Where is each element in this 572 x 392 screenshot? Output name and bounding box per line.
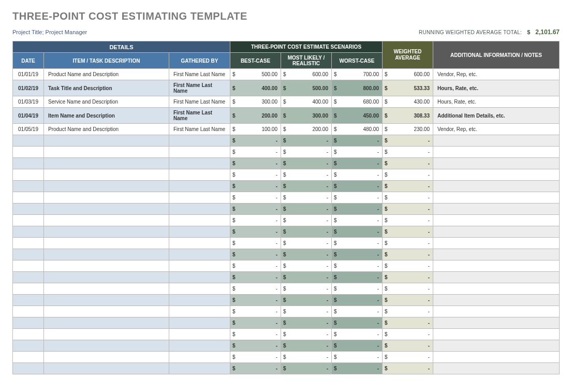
cell-item[interactable] — [44, 135, 169, 147]
cell-item[interactable] — [44, 204, 169, 215]
cell-most[interactable]: $200.00 — [281, 124, 332, 135]
cell-most[interactable]: $- — [281, 306, 332, 317]
cell-best[interactable]: $400.00 — [230, 80, 281, 96]
cell-gathered[interactable] — [169, 340, 230, 352]
cell-date[interactable]: 01/01/19 — [13, 69, 44, 80]
cell-worst[interactable]: $- — [332, 283, 383, 295]
cell-notes[interactable] — [433, 147, 560, 158]
cell-gathered[interactable] — [169, 181, 230, 192]
cell-gathered[interactable] — [169, 169, 230, 181]
cell-worst[interactable]: $480.00 — [332, 124, 383, 135]
cell-most[interactable]: $- — [281, 272, 332, 283]
cell-item[interactable] — [44, 363, 169, 374]
cell-item[interactable] — [44, 295, 169, 306]
cell-worst[interactable]: $- — [332, 181, 383, 192]
cell-best[interactable]: $- — [230, 181, 281, 192]
cell-most[interactable]: $- — [281, 226, 332, 238]
cell-date[interactable] — [13, 272, 44, 283]
cell-item[interactable] — [44, 181, 169, 192]
cell-worst[interactable]: $- — [332, 260, 383, 272]
cell-notes[interactable] — [433, 272, 560, 283]
cell-most[interactable]: $- — [281, 283, 332, 295]
cell-best[interactable]: $- — [230, 238, 281, 249]
cell-notes[interactable] — [433, 215, 560, 226]
cell-gathered[interactable] — [169, 283, 230, 295]
cell-date[interactable] — [13, 295, 44, 306]
cell-notes[interactable]: Hours, Rate, etc. — [433, 96, 560, 108]
cell-best[interactable]: $- — [230, 352, 281, 363]
cell-weighted[interactable]: $- — [383, 192, 433, 204]
cell-gathered[interactable] — [169, 329, 230, 340]
cell-date[interactable] — [13, 215, 44, 226]
cell-weighted[interactable]: $308.33 — [383, 108, 433, 124]
cell-best[interactable]: $300.00 — [230, 96, 281, 108]
cell-date[interactable] — [13, 181, 44, 192]
cell-notes[interactable] — [433, 352, 560, 363]
cell-item[interactable] — [44, 340, 169, 352]
cell-worst[interactable]: $450.00 — [332, 108, 383, 124]
cell-worst[interactable]: $- — [332, 226, 383, 238]
cell-most[interactable]: $300.00 — [281, 108, 332, 124]
cell-item[interactable] — [44, 329, 169, 340]
cell-best[interactable]: $500.00 — [230, 69, 281, 80]
cell-best[interactable]: $- — [230, 272, 281, 283]
cell-weighted[interactable]: $- — [383, 147, 433, 158]
cell-weighted[interactable]: $- — [383, 238, 433, 249]
cell-weighted[interactable]: $- — [383, 272, 433, 283]
cell-gathered[interactable] — [169, 158, 230, 169]
cell-date[interactable] — [13, 340, 44, 352]
cell-gathered[interactable] — [169, 147, 230, 158]
cell-date[interactable] — [13, 306, 44, 317]
cell-date[interactable] — [13, 363, 44, 374]
cell-most[interactable]: $600.00 — [281, 69, 332, 80]
cell-best[interactable]: $- — [230, 283, 281, 295]
cell-best[interactable]: $- — [230, 295, 281, 306]
cell-best[interactable]: $- — [230, 317, 281, 329]
cell-weighted[interactable]: $- — [383, 215, 433, 226]
cell-most[interactable]: $- — [281, 158, 332, 169]
cell-date[interactable] — [13, 135, 44, 147]
cell-date[interactable] — [13, 249, 44, 260]
cell-weighted[interactable]: $- — [383, 249, 433, 260]
cell-gathered[interactable] — [169, 317, 230, 329]
cell-notes[interactable]: Hours, Rate, etc. — [433, 80, 560, 96]
cell-most[interactable]: $- — [281, 169, 332, 181]
cell-weighted[interactable]: $- — [383, 340, 433, 352]
cell-item[interactable] — [44, 215, 169, 226]
cell-best[interactable]: $- — [230, 135, 281, 147]
cell-notes[interactable] — [433, 169, 560, 181]
cell-item[interactable]: Item Name and Description — [44, 108, 169, 124]
cell-most[interactable]: $- — [281, 147, 332, 158]
cell-worst[interactable]: $- — [332, 363, 383, 374]
cell-worst[interactable]: $- — [332, 204, 383, 215]
cell-most[interactable]: $- — [281, 317, 332, 329]
cell-most[interactable]: $- — [281, 135, 332, 147]
cell-date[interactable] — [13, 192, 44, 204]
cell-most[interactable]: $- — [281, 363, 332, 374]
cell-gathered[interactable] — [169, 215, 230, 226]
cell-item[interactable]: Task Title and Description — [44, 80, 169, 96]
cell-best[interactable]: $200.00 — [230, 108, 281, 124]
cell-worst[interactable]: $- — [332, 147, 383, 158]
cell-most[interactable]: $- — [281, 260, 332, 272]
cell-worst[interactable]: $- — [332, 295, 383, 306]
cell-item[interactable] — [44, 249, 169, 260]
cell-item[interactable] — [44, 147, 169, 158]
cell-worst[interactable]: $- — [332, 329, 383, 340]
cell-date[interactable]: 01/05/19 — [13, 124, 44, 135]
cell-weighted[interactable]: $230.00 — [383, 124, 433, 135]
cell-notes[interactable] — [433, 181, 560, 192]
cell-item[interactable] — [44, 306, 169, 317]
cell-worst[interactable]: $- — [332, 272, 383, 283]
cell-gathered[interactable] — [169, 260, 230, 272]
cell-item[interactable] — [44, 226, 169, 238]
cell-best[interactable]: $- — [230, 340, 281, 352]
cell-best[interactable]: $- — [230, 249, 281, 260]
cell-item[interactable] — [44, 260, 169, 272]
cell-best[interactable]: $- — [230, 260, 281, 272]
cell-gathered[interactable] — [169, 306, 230, 317]
cell-worst[interactable]: $- — [332, 169, 383, 181]
cell-date[interactable] — [13, 169, 44, 181]
cell-date[interactable] — [13, 260, 44, 272]
cell-gathered[interactable]: First Name Last Name — [169, 69, 230, 80]
